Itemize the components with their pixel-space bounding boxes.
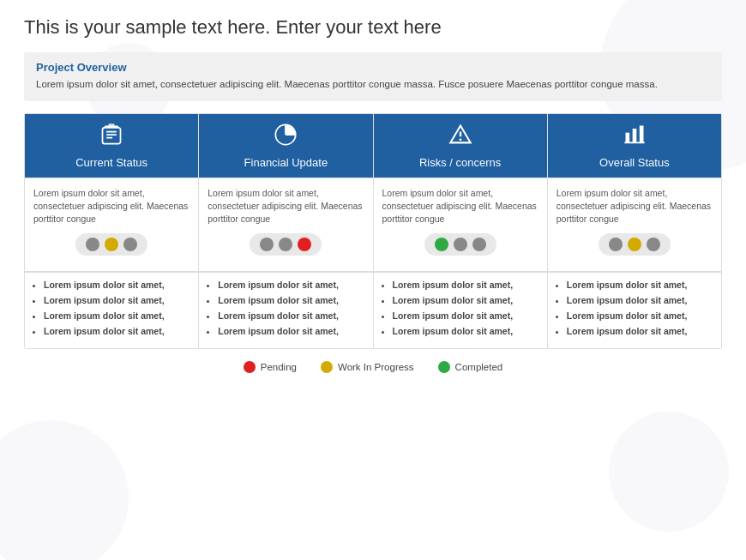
col-label-current-status: Current Status bbox=[32, 156, 191, 169]
page-title: This is your sample text here. Enter you… bbox=[24, 15, 722, 40]
bullet-item: Lorem ipsum dolor sit amet, bbox=[218, 295, 364, 305]
dot-3 bbox=[123, 238, 137, 251]
svg-point-2 bbox=[609, 412, 729, 532]
dot-3 bbox=[472, 238, 486, 251]
dot-3 bbox=[647, 238, 660, 251]
col-header-current-status: Current Status bbox=[25, 114, 199, 178]
legend-label-completed: Completed bbox=[455, 362, 503, 372]
bullet-item: Lorem ipsum dolor sit amet, bbox=[218, 326, 364, 336]
dot-3 bbox=[298, 238, 311, 251]
legend-completed: Completed bbox=[438, 361, 503, 373]
dot-1 bbox=[609, 238, 623, 251]
overview-title: Project Overview bbox=[36, 61, 710, 74]
header-row: Current Status Financial bbox=[25, 114, 722, 178]
status-dots-current-status bbox=[75, 233, 147, 256]
legend-dot-completed bbox=[438, 361, 450, 373]
status-dots-risks-concerns bbox=[424, 233, 496, 256]
dot-2 bbox=[279, 238, 292, 251]
bullet-item: Lorem ipsum dolor sit amet, bbox=[567, 295, 713, 305]
col-content-risks-concerns: Lorem ipsum dolor sit amet, consectetuer… bbox=[373, 178, 547, 272]
legend-dot-pending bbox=[244, 361, 256, 373]
legend-row: Pending Work In Progress Completed bbox=[24, 361, 722, 373]
bullets-row: Lorem ipsum dolor sit amet, Lorem ipsum … bbox=[25, 272, 722, 349]
col-bullets-overall-status: Lorem ipsum dolor sit amet, Lorem ipsum … bbox=[547, 272, 721, 349]
legend-pending: Pending bbox=[244, 361, 297, 373]
bullet-item: Lorem ipsum dolor sit amet, bbox=[393, 326, 538, 336]
main-table: Current Status Financial bbox=[24, 113, 722, 349]
dot-2 bbox=[628, 238, 641, 251]
col-content-financial-update: Lorem ipsum dolor sit amet, consectetuer… bbox=[199, 178, 373, 272]
bullet-item: Lorem ipsum dolor sit amet, bbox=[44, 295, 190, 305]
svg-point-14 bbox=[459, 139, 461, 142]
col-text-overall-status: Lorem ipsum dolor sit amet, consectetuer… bbox=[556, 187, 713, 225]
legend-work-in-progress: Work In Progress bbox=[321, 361, 414, 373]
dot-2 bbox=[105, 238, 118, 251]
bullet-item: Lorem ipsum dolor sit amet, bbox=[567, 310, 713, 321]
legend-label-wip: Work In Progress bbox=[338, 362, 414, 372]
bullet-item: Lorem ipsum dolor sit amet, bbox=[44, 280, 190, 290]
legend-label-pending: Pending bbox=[261, 362, 297, 372]
bullet-item: Lorem ipsum dolor sit amet, bbox=[567, 326, 713, 336]
col-text-risks-concerns: Lorem ipsum dolor sit amet, consectetuer… bbox=[382, 187, 538, 225]
svg-rect-5 bbox=[103, 128, 121, 144]
bullet-item: Lorem ipsum dolor sit amet, bbox=[393, 295, 538, 305]
bullet-item: Lorem ipsum dolor sit amet, bbox=[393, 280, 538, 290]
col-label-risks-concerns: Risks / concerns bbox=[381, 156, 540, 169]
bullet-item: Lorem ipsum dolor sit amet, bbox=[218, 280, 364, 290]
col-header-overall-status: Overall Status bbox=[547, 114, 721, 178]
col-bullets-current-status: Lorem ipsum dolor sit amet, Lorem ipsum … bbox=[25, 272, 199, 349]
dot-1 bbox=[260, 238, 274, 251]
overview-text: Lorem ipsum dolor sit amet, consectetuer… bbox=[36, 77, 710, 92]
warning-icon bbox=[381, 123, 540, 152]
col-header-financial-update: Financial Update bbox=[199, 114, 373, 178]
col-content-current-status: Lorem ipsum dolor sit amet, consectetuer… bbox=[25, 178, 199, 272]
col-content-overall-status: Lorem ipsum dolor sit amet, consectetuer… bbox=[547, 178, 721, 272]
svg-rect-15 bbox=[625, 133, 629, 143]
legend-dot-wip bbox=[321, 361, 333, 373]
svg-rect-16 bbox=[633, 129, 637, 142]
bullet-item: Lorem ipsum dolor sit amet, bbox=[393, 310, 538, 321]
col-label-financial-update: Financial Update bbox=[206, 156, 365, 169]
bullet-item: Lorem ipsum dolor sit amet, bbox=[44, 326, 190, 336]
col-text-current-status: Lorem ipsum dolor sit amet, consectetuer… bbox=[33, 187, 190, 225]
col-header-risks-concerns: Risks / concerns bbox=[373, 114, 547, 178]
dot-1 bbox=[435, 238, 448, 251]
overview-box: Project Overview Lorem ipsum dolor sit a… bbox=[24, 52, 722, 102]
content-row: Lorem ipsum dolor sit amet, consectetuer… bbox=[25, 178, 722, 272]
page-content: This is your sample text here. Enter you… bbox=[0, 0, 746, 387]
clipboard-icon bbox=[32, 123, 191, 152]
col-bullets-risks-concerns: Lorem ipsum dolor sit amet, Lorem ipsum … bbox=[373, 272, 547, 349]
bar-chart-icon bbox=[555, 123, 714, 152]
svg-point-1 bbox=[0, 420, 129, 560]
bullet-item: Lorem ipsum dolor sit amet, bbox=[567, 280, 713, 290]
bullet-item: Lorem ipsum dolor sit amet, bbox=[44, 310, 190, 321]
dot-2 bbox=[454, 238, 467, 251]
col-text-financial-update: Lorem ipsum dolor sit amet, consectetuer… bbox=[208, 187, 364, 225]
svg-rect-9 bbox=[109, 123, 115, 128]
pie-chart-icon bbox=[206, 123, 365, 152]
col-bullets-financial-update: Lorem ipsum dolor sit amet, Lorem ipsum … bbox=[199, 272, 373, 349]
dot-1 bbox=[86, 238, 99, 251]
status-dots-overall-status bbox=[599, 233, 671, 256]
status-dots-financial-update bbox=[250, 233, 322, 256]
col-label-overall-status: Overall Status bbox=[555, 156, 714, 169]
bullet-item: Lorem ipsum dolor sit amet, bbox=[218, 310, 364, 321]
svg-rect-17 bbox=[640, 126, 644, 143]
